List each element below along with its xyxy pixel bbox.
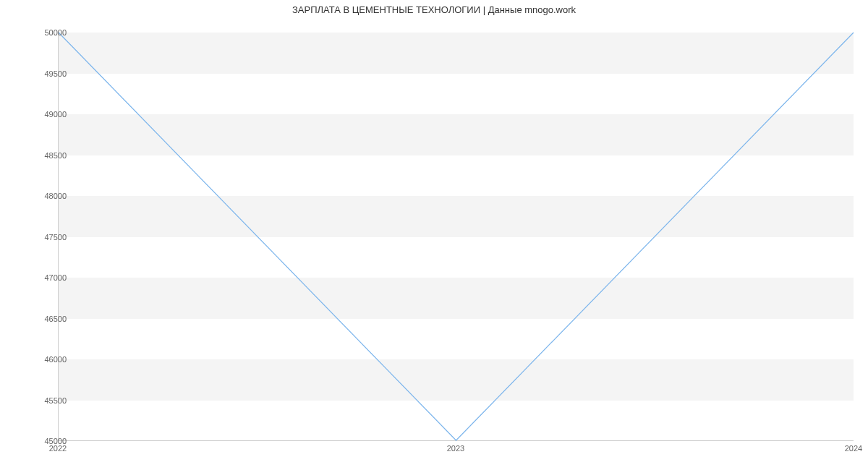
y-tick-label: 46000	[23, 355, 67, 364]
x-tick-label: 2022	[36, 444, 80, 453]
chart-container: ЗАРПЛАТА В ЦЕМЕНТНЫЕ ТЕХНОЛОГИИ | Данные…	[0, 0, 868, 470]
plot-area	[58, 33, 854, 441]
chart-title: ЗАРПЛАТА В ЦЕМЕНТНЫЕ ТЕХНОЛОГИИ | Данные…	[0, 4, 868, 15]
x-tick-label: 2023	[434, 444, 477, 453]
y-tick-label: 47000	[23, 273, 67, 282]
series-line	[59, 33, 854, 440]
y-tick-label: 45500	[23, 396, 67, 405]
y-tick-label: 46500	[23, 315, 67, 323]
y-tick-label: 50000	[23, 28, 67, 37]
y-tick-label: 47500	[23, 233, 67, 242]
y-tick-label: 49000	[23, 110, 67, 119]
y-tick-label: 48000	[23, 192, 67, 200]
y-tick-label: 49500	[23, 69, 67, 78]
line-layer	[59, 33, 854, 440]
y-tick-label: 48500	[23, 151, 67, 160]
x-tick-label: 2024	[832, 444, 868, 453]
